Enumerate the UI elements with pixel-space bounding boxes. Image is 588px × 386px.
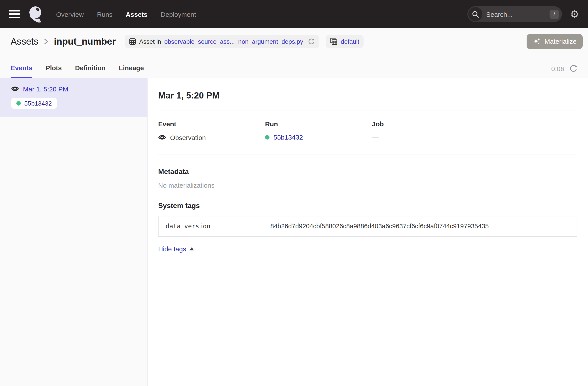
asset-chip-prefix: Asset in bbox=[139, 38, 161, 45]
metadata-heading: Metadata bbox=[158, 168, 577, 176]
refresh-zone: 0:06 bbox=[551, 64, 577, 78]
divider bbox=[158, 110, 577, 110]
hide-tags-link[interactable]: Hide tags bbox=[158, 245, 194, 253]
event-detail-title: Mar 1, 5:20 PM bbox=[158, 91, 577, 101]
job-column-label: Job bbox=[372, 120, 479, 128]
app-root: Overview Runs Assets Deployment / ⚙ Asse… bbox=[0, 0, 588, 386]
event-type-label: Observation bbox=[170, 134, 206, 141]
event-detail-panel: Mar 1, 5:20 PM Event Observation Run bbox=[147, 78, 588, 386]
breadcrumb-assets-link[interactable]: Assets bbox=[11, 36, 39, 47]
tab-definition[interactable]: Definition bbox=[75, 64, 105, 78]
topnav-right: / ⚙ bbox=[468, 6, 579, 22]
event-date-label: Mar 1, 5:20 PM bbox=[23, 85, 68, 93]
events-sidebar: Mar 1, 5:20 PM 55b13432 bbox=[0, 78, 147, 386]
dagster-logo-icon[interactable] bbox=[27, 5, 45, 23]
run-status-dot bbox=[265, 135, 270, 139]
hide-tags-label: Hide tags bbox=[158, 245, 186, 253]
tab-lineage[interactable]: Lineage bbox=[119, 64, 144, 78]
event-column-label: Event bbox=[158, 120, 265, 128]
metadata-empty-message: No materializations bbox=[158, 182, 577, 189]
search-icon bbox=[468, 7, 483, 21]
event-summary-columns: Event Observation Run 55b13432 bbox=[158, 120, 577, 141]
reload-definitions-icon[interactable] bbox=[308, 38, 315, 45]
nav-link-assets[interactable]: Assets bbox=[126, 10, 147, 18]
event-list-item-selected[interactable]: Mar 1, 5:20 PM 55b13432 bbox=[0, 78, 147, 117]
repo-icon bbox=[330, 38, 338, 45]
run-column-label: Run bbox=[265, 120, 372, 128]
top-navigation-bar: Overview Runs Assets Deployment / ⚙ bbox=[0, 0, 588, 28]
breadcrumb-chevron-icon bbox=[44, 38, 49, 45]
tab-plots[interactable]: Plots bbox=[45, 64, 62, 78]
run-column: Run 55b13432 bbox=[265, 120, 372, 141]
materialize-button[interactable]: Materialize bbox=[527, 34, 583, 49]
nav-link-deployment[interactable]: Deployment bbox=[161, 10, 196, 18]
breadcrumb-asset-name: input_number bbox=[54, 36, 116, 47]
eye-icon bbox=[11, 85, 19, 93]
search-input[interactable] bbox=[483, 10, 549, 18]
asset-definition-chip: Asset in observable_source_ass..._non_ar… bbox=[125, 35, 320, 48]
refresh-icon[interactable] bbox=[569, 64, 577, 72]
primary-nav: Overview Runs Assets Deployment bbox=[56, 10, 196, 18]
eye-icon bbox=[158, 133, 166, 141]
content-area: Mar 1, 5:20 PM 55b13432 Mar 1, 5:20 PM E… bbox=[0, 78, 588, 386]
asset-header: Assets input_number Asset in observable_… bbox=[0, 28, 588, 56]
job-column: Job — bbox=[372, 120, 479, 141]
event-column: Event Observation bbox=[158, 120, 265, 141]
run-link[interactable]: 55b13432 bbox=[273, 133, 303, 141]
tag-key-cell: data_version bbox=[159, 216, 263, 236]
sparkle-icon bbox=[533, 37, 541, 45]
asset-definition-link[interactable]: observable_source_ass..._non_argument_de… bbox=[164, 38, 303, 45]
system-tags-heading: System tags bbox=[158, 202, 577, 210]
nav-link-overview[interactable]: Overview bbox=[56, 10, 84, 18]
table-grid-icon bbox=[129, 38, 136, 45]
gear-icon[interactable]: ⚙ bbox=[570, 9, 579, 19]
hamburger-menu-icon[interactable] bbox=[9, 10, 20, 18]
tab-events[interactable]: Events bbox=[11, 64, 32, 78]
repo-chip[interactable]: default bbox=[326, 35, 364, 48]
run-badge[interactable]: 55b13432 bbox=[11, 98, 57, 109]
materialize-button-label: Materialize bbox=[545, 38, 577, 45]
run-status-dot bbox=[16, 101, 21, 105]
system-tags-table: data_version 84b26d7d9204cbf588026c8a988… bbox=[158, 216, 577, 237]
tag-value-cell: 84b26d7d9204cbf588026c8a9886d403a6c9637c… bbox=[263, 216, 577, 236]
job-empty-value: — bbox=[372, 133, 378, 141]
search-box[interactable]: / bbox=[468, 6, 562, 22]
refresh-countdown: 0:06 bbox=[551, 65, 564, 72]
table-row: data_version 84b26d7d9204cbf588026c8a988… bbox=[159, 216, 577, 236]
divider bbox=[158, 155, 577, 155]
caret-up-icon bbox=[190, 247, 194, 250]
run-id-label: 55b13432 bbox=[24, 100, 52, 107]
repo-chip-label[interactable]: default bbox=[341, 38, 359, 45]
search-shortcut-key: / bbox=[549, 9, 559, 19]
asset-tabs: Events Plots Definition Lineage 0:06 bbox=[0, 56, 588, 78]
nav-link-runs[interactable]: Runs bbox=[97, 10, 112, 18]
